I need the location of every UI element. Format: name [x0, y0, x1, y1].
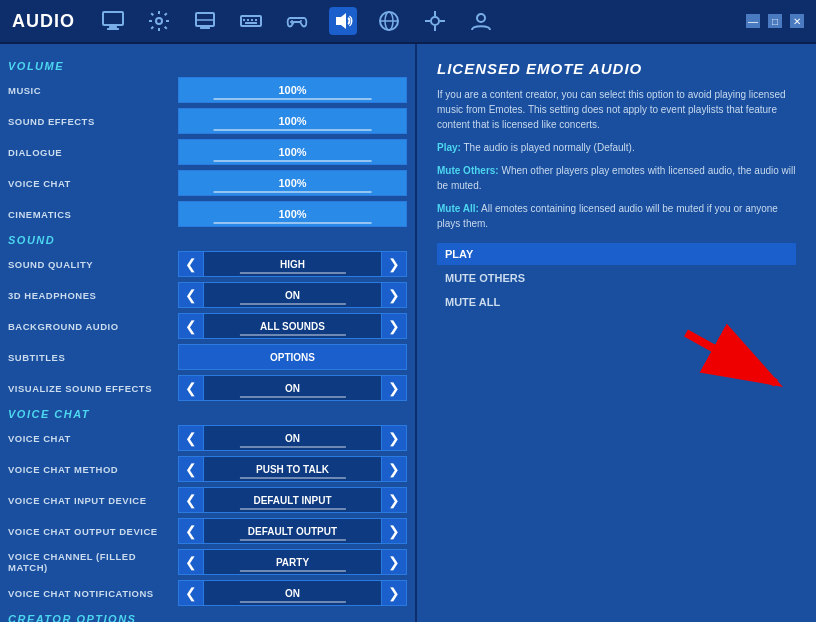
- setting-voice-chat-output: Voice Chat Output Device ❮ Default Outpu…: [8, 517, 407, 545]
- voice-channel-right-arrow[interactable]: ❯: [381, 549, 407, 575]
- subtitles-options-btn[interactable]: Options: [178, 344, 407, 370]
- background-audio-value: ❮ All Sounds ❯: [178, 313, 407, 339]
- voice-chat-method-val: Push to Talk: [204, 456, 381, 482]
- option-play[interactable]: Play: [437, 243, 796, 265]
- play-label: Play:: [437, 142, 461, 153]
- voice-chat-val: On: [204, 425, 381, 451]
- voice-chat-output-right-arrow[interactable]: ❯: [381, 518, 407, 544]
- voice-chat-method-label: Voice Chat Method: [8, 464, 178, 475]
- voice-chat-value: ❮ On ❯: [178, 425, 407, 451]
- voice-chat-input-right-arrow[interactable]: ❯: [381, 487, 407, 513]
- setting-voice-channel: Voice Channel (Filled Match) ❮ Party ❯: [8, 548, 407, 576]
- nav-monitor-icon[interactable]: [99, 7, 127, 35]
- voice-notifications-right-arrow[interactable]: ❯: [381, 580, 407, 606]
- main-area: Volume Music 100% Sound Effects 100%: [0, 44, 816, 622]
- nav-keyboard-icon[interactable]: [237, 7, 265, 35]
- background-audio-left-arrow[interactable]: ❮: [178, 313, 204, 339]
- setting-dialogue: Dialogue 100%: [8, 138, 407, 166]
- mute-others-label: Mute Others:: [437, 165, 499, 176]
- background-audio-val: All Sounds: [204, 313, 381, 339]
- maximize-button[interactable]: □: [768, 14, 782, 28]
- sound-quality-left-arrow[interactable]: ❮: [178, 251, 204, 277]
- setting-sound-quality: Sound Quality ❮ High ❯: [8, 250, 407, 278]
- svg-rect-8: [243, 19, 245, 21]
- svg-rect-9: [247, 19, 249, 21]
- play-desc-text: The audio is played normally (Default).: [464, 142, 635, 153]
- 3d-headphones-label: 3D Headphones: [8, 290, 178, 301]
- voice-chat-right-arrow[interactable]: ❯: [381, 425, 407, 451]
- voice-chat-vol-bar[interactable]: 100%: [178, 170, 407, 196]
- voice-chat-val-text: On: [285, 433, 300, 444]
- setting-voice-chat: Voice Chat ❮ On ❯: [8, 424, 407, 452]
- left-panel: Volume Music 100% Sound Effects 100%: [0, 44, 415, 622]
- sound-section-header: Sound: [8, 234, 407, 246]
- visualize-sound-right-arrow[interactable]: ❯: [381, 375, 407, 401]
- sound-quality-val-text: High: [280, 259, 305, 270]
- right-panel-play-desc: Play: The audio is played normally (Defa…: [437, 140, 796, 155]
- setting-voice-notifications: Voice Chat Notifications ❮ On ❯: [8, 579, 407, 607]
- visualize-sound-value: ❮ On ❯: [178, 375, 407, 401]
- svg-rect-1: [109, 26, 117, 28]
- voice-chat-input-value: ❮ Default Input ❯: [178, 487, 407, 513]
- voice-notifications-label: Voice Chat Notifications: [8, 588, 178, 599]
- voice-chat-vol-value: 100%: [178, 170, 407, 196]
- visualize-sound-val-text: On: [285, 383, 300, 394]
- 3d-headphones-val-text: On: [285, 290, 300, 301]
- creator-section-header: Creator Options: [8, 613, 407, 622]
- voice-chat-output-left-arrow[interactable]: ❮: [178, 518, 204, 544]
- voice-chat-method-val-text: Push to Talk: [256, 464, 329, 475]
- setting-3d-headphones: 3D Headphones ❮ On ❯: [8, 281, 407, 309]
- setting-visualize-sound: Visualize Sound Effects ❮ On ❯: [8, 374, 407, 402]
- nav-profile-icon[interactable]: [467, 7, 495, 35]
- volume-section-header: Volume: [8, 60, 407, 72]
- voice-chat-section-header: Voice Chat: [8, 408, 407, 420]
- visualize-sound-left-arrow[interactable]: ❮: [178, 375, 204, 401]
- cinematics-bar-text: 100%: [278, 208, 306, 220]
- dialogue-bar-text: 100%: [278, 146, 306, 158]
- option-mute-all[interactable]: Mute All: [437, 291, 796, 313]
- nav-audio-icon[interactable]: [329, 7, 357, 35]
- close-button[interactable]: ✕: [790, 14, 804, 28]
- sound-effects-bar-text: 100%: [278, 115, 306, 127]
- dialogue-bar[interactable]: 100%: [178, 139, 407, 165]
- background-audio-right-arrow[interactable]: ❯: [381, 313, 407, 339]
- voice-channel-label: Voice Channel (Filled Match): [8, 551, 178, 573]
- svg-rect-0: [103, 12, 123, 25]
- option-mute-others[interactable]: Mute Others: [437, 267, 796, 289]
- background-audio-label: Background Audio: [8, 321, 178, 332]
- sound-quality-val: High: [204, 251, 381, 277]
- sound-quality-right-arrow[interactable]: ❯: [381, 251, 407, 277]
- nav-network-icon[interactable]: [375, 7, 403, 35]
- minimize-button[interactable]: —: [746, 14, 760, 28]
- 3d-headphones-left-arrow[interactable]: ❮: [178, 282, 204, 308]
- music-bar[interactable]: 100%: [178, 77, 407, 103]
- nav-controller-icon[interactable]: [283, 7, 311, 35]
- mute-all-label: Mute All:: [437, 203, 479, 214]
- svg-line-27: [686, 333, 776, 383]
- voice-chat-input-left-arrow[interactable]: ❮: [178, 487, 204, 513]
- sound-effects-bar[interactable]: 100%: [178, 108, 407, 134]
- voice-chat-label: Voice Chat: [8, 433, 178, 444]
- music-bar-text: 100%: [278, 84, 306, 96]
- voice-chat-method-left-arrow[interactable]: ❮: [178, 456, 204, 482]
- voice-channel-val-text: Party: [276, 557, 309, 568]
- 3d-headphones-value: ❮ On ❯: [178, 282, 407, 308]
- dialogue-label: Dialogue: [8, 147, 178, 158]
- red-arrow-indicator: [676, 323, 806, 403]
- setting-cinematics: Cinematics 100%: [8, 200, 407, 228]
- 3d-headphones-right-arrow[interactable]: ❯: [381, 282, 407, 308]
- nav-settings-icon[interactable]: [145, 7, 173, 35]
- right-panel: Licensed Emote Audio If you are a conten…: [415, 44, 816, 622]
- svg-point-20: [431, 17, 439, 25]
- nav-display-icon[interactable]: [191, 7, 219, 35]
- voice-chat-output-label: Voice Chat Output Device: [8, 526, 178, 537]
- window-title: Audio: [12, 11, 75, 32]
- setting-background-audio: Background Audio ❮ All Sounds ❯: [8, 312, 407, 340]
- nav-crosshair-icon[interactable]: [421, 7, 449, 35]
- voice-channel-left-arrow[interactable]: ❮: [178, 549, 204, 575]
- voice-notifications-left-arrow[interactable]: ❮: [178, 580, 204, 606]
- voice-chat-left-arrow[interactable]: ❮: [178, 425, 204, 451]
- setting-voice-chat-input: Voice Chat Input Device ❮ Default Input …: [8, 486, 407, 514]
- voice-chat-method-right-arrow[interactable]: ❯: [381, 456, 407, 482]
- cinematics-bar[interactable]: 100%: [178, 201, 407, 227]
